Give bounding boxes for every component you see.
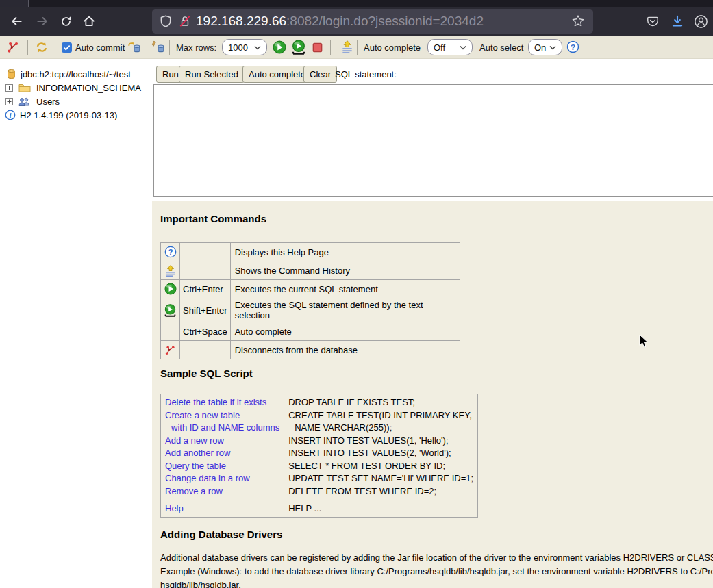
- description-cell: Displays this Help Page: [230, 243, 460, 261]
- star-icon: [571, 14, 585, 28]
- run-icon: [164, 283, 177, 295]
- sample-sql-text: UPDATE TEST SET NAME='Hi' WHERE ID=1;: [288, 472, 473, 485]
- sample-link-create-table[interactable]: Create a new table: [165, 410, 240, 420]
- adding-drivers-paragraph: Additional database drivers can be regis…: [160, 551, 713, 588]
- stop-icon: [312, 42, 323, 53]
- auto-complete-button[interactable]: Auto complete: [242, 66, 312, 83]
- table-row: Disconnects from the database: [161, 341, 460, 359]
- svg-text:?: ?: [571, 42, 575, 51]
- account-icon: [694, 14, 708, 29]
- reload-button[interactable]: [55, 10, 77, 32]
- disconnect-button[interactable]: [6, 40, 20, 54]
- check-icon: [63, 44, 71, 51]
- connection-label: jdbc:h2:tcp://localhost/~/test: [21, 69, 131, 79]
- browser-tab-strip: [0, 0, 713, 7]
- cancel-button-icon[interactable]: [312, 42, 323, 53]
- run-button-icon[interactable]: [273, 40, 286, 54]
- sample-sql-text: DROP TABLE IF EXISTS TEST;: [288, 396, 473, 409]
- rollback-button[interactable]: [151, 40, 165, 54]
- sample-sql-table: Delete the table if it exists Create a n…: [160, 394, 478, 518]
- sample-link-add-another-row[interactable]: Add another row: [165, 448, 230, 458]
- sample-link-create-table-2[interactable]: with ID and NAME columns: [171, 422, 279, 433]
- account-button[interactable]: [692, 12, 710, 30]
- reload-icon: [60, 15, 73, 28]
- max-rows-select[interactable]: 1000: [222, 39, 267, 55]
- important-commands-table: ? Displays this Help Page Shows the Comm…: [160, 242, 460, 359]
- sample-link-change-data[interactable]: Change data in a row: [165, 473, 250, 483]
- users-label: Users: [36, 97, 60, 107]
- bookmark-star-button[interactable]: [571, 14, 585, 28]
- expand-plus-icon[interactable]: [5, 98, 13, 105]
- shortcut-cell: Ctrl+Space: [180, 322, 231, 341]
- url-host: 192.168.229.66: [196, 14, 286, 28]
- description-cell: Auto complete: [230, 322, 460, 341]
- table-row: Shows the Command History: [161, 261, 460, 280]
- sample-sql-text: INSERT INTO TEST VALUES(1, 'Hello');: [288, 435, 473, 448]
- chevron-down-icon: [254, 45, 261, 50]
- disconnect-icon: [6, 40, 20, 54]
- forward-button[interactable]: [32, 10, 53, 32]
- shortcut-cell: [180, 261, 231, 280]
- run-selected-button-icon[interactable]: [291, 40, 306, 55]
- description-cell: Disconnects from the database: [230, 341, 460, 359]
- help-frame: Important Commands ? Displays this Help …: [152, 201, 713, 588]
- sample-sql-text: CREATE TABLE TEST(ID INT PRIMARY KEY,: [288, 409, 473, 422]
- auto-commit-checkbox[interactable]: [62, 42, 72, 53]
- paragraph-line: hsqldb/lib/hsqldb.jar.: [160, 578, 713, 588]
- tree-item-connection[interactable]: jdbc:h2:tcp://localhost/~/test: [7, 67, 131, 81]
- run-selected-button[interactable]: Run Selected: [179, 66, 245, 83]
- table-row: Delete the table if it exists Create a n…: [161, 394, 478, 500]
- commit-icon: [127, 40, 141, 54]
- sample-link-delete-table[interactable]: Delete the table if it exists: [165, 397, 266, 407]
- back-button[interactable]: [5, 10, 27, 32]
- insecure-lock-icon[interactable]: [178, 14, 192, 28]
- auto-complete-select[interactable]: Off: [427, 39, 473, 55]
- refresh-icon: [35, 40, 49, 54]
- sample-link-help[interactable]: Help: [165, 503, 184, 513]
- shortcut-cell: [180, 243, 231, 261]
- sql-statement-textarea[interactable]: [153, 84, 713, 197]
- table-row: ? Displays this Help Page: [161, 243, 460, 261]
- auto-select-label: Auto select: [479, 42, 523, 53]
- pocket-button[interactable]: [644, 12, 662, 30]
- toolbar-separator: [357, 40, 358, 55]
- important-commands-title: Important Commands: [160, 213, 266, 225]
- max-rows-value: 1000: [228, 42, 248, 53]
- auto-select-select[interactable]: On: [528, 39, 562, 55]
- description-cell: Executes the SQL statement defined by th…: [230, 298, 460, 322]
- sample-sql-text: INSERT INTO TEST VALUES(2, 'World');: [288, 447, 473, 460]
- sample-link-query-table[interactable]: Query the table: [165, 461, 226, 471]
- sample-link-remove-row[interactable]: Remove a row: [165, 486, 223, 496]
- downloads-button[interactable]: [668, 12, 686, 30]
- url-fade: [516, 9, 571, 34]
- sample-sql-text: SELECT * FROM TEST ORDER BY ID;: [288, 460, 473, 473]
- sample-sql-title: Sample SQL Script: [160, 368, 253, 379]
- info-icon: i: [5, 110, 16, 120]
- home-button[interactable]: [78, 10, 100, 32]
- run-selected-icon: [164, 304, 177, 317]
- url-bar[interactable]: 192.168.229.66:8082/login.do?jsessionid=…: [152, 9, 593, 34]
- tracking-shield-icon[interactable]: [159, 14, 173, 28]
- table-row: Help HELP ...: [161, 500, 478, 518]
- query-frame: Run Run Selected Auto complete Clear SQL…: [152, 59, 713, 201]
- help-icon: ?: [566, 40, 579, 53]
- sample-link-add-row[interactable]: Add a new row: [165, 435, 224, 446]
- help-icon: ?: [164, 246, 177, 258]
- toolbar-help-button[interactable]: ?: [566, 40, 579, 53]
- auto-commit-label: Auto commit: [75, 42, 125, 53]
- forward-icon: [36, 14, 49, 28]
- expand-plus-icon[interactable]: [5, 84, 13, 92]
- clear-button[interactable]: Clear: [303, 66, 337, 83]
- adding-drivers-title: Adding Database Drivers: [160, 528, 282, 540]
- database-tree-sidebar: jdbc:h2:tcp://localhost/~/test INFORMATI…: [0, 59, 152, 588]
- tree-item-users[interactable]: Users: [5, 94, 60, 108]
- shortcut-cell: Shift+Enter: [180, 298, 231, 322]
- commit-button[interactable]: [127, 40, 141, 54]
- svg-text:?: ?: [168, 248, 173, 256]
- history-button[interactable]: [340, 40, 354, 53]
- refresh-button[interactable]: [35, 40, 49, 54]
- schema-label: INFORMATION_SCHEMA: [36, 83, 141, 93]
- paragraph-line: Additional database drivers can be regis…: [160, 551, 713, 565]
- chevron-down-icon: [549, 45, 556, 50]
- tree-item-information-schema[interactable]: INFORMATION_SCHEMA: [5, 81, 141, 94]
